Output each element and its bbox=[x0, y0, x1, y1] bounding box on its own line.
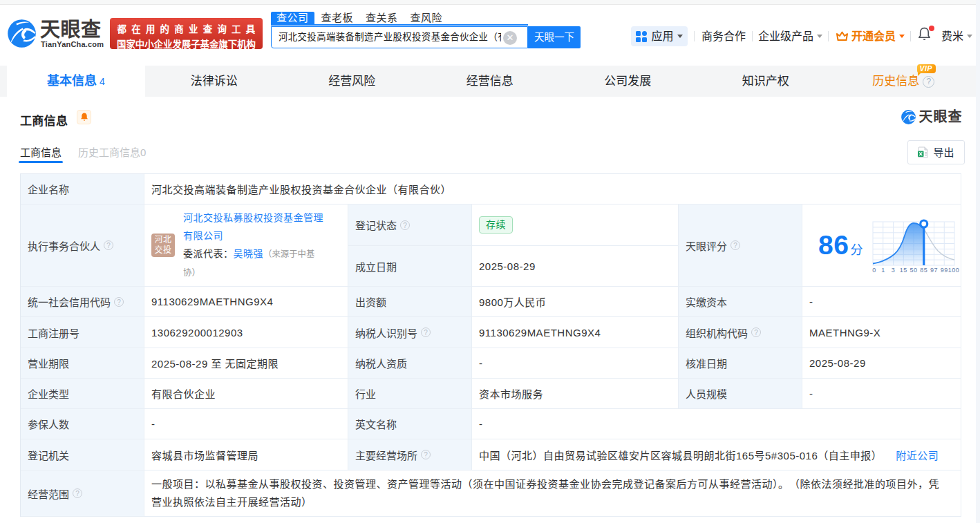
svg-text:15: 15 bbox=[900, 267, 907, 274]
svg-text:97: 97 bbox=[930, 267, 938, 274]
svg-text:99: 99 bbox=[941, 267, 948, 274]
svg-text:3: 3 bbox=[892, 267, 896, 274]
svg-text:0: 0 bbox=[872, 267, 876, 274]
svg-text:100: 100 bbox=[948, 267, 959, 274]
svg-text:50: 50 bbox=[910, 267, 917, 274]
svg-text:85: 85 bbox=[920, 267, 927, 274]
svg-text:1: 1 bbox=[881, 267, 885, 274]
